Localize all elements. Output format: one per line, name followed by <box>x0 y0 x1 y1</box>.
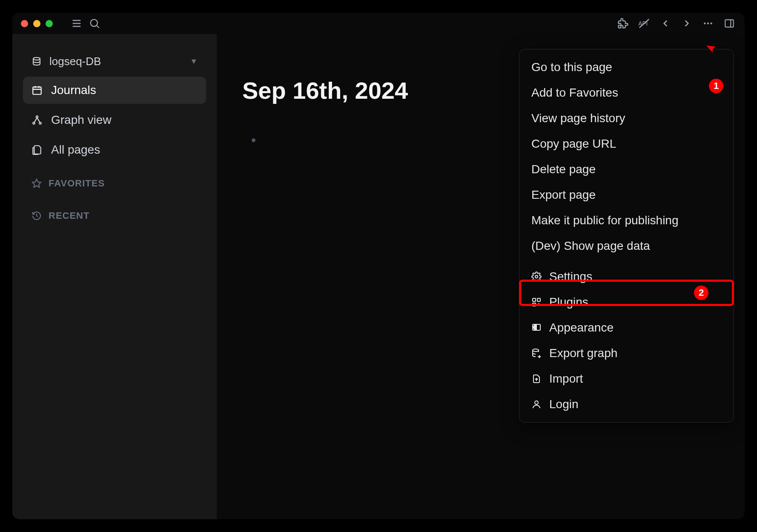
grid-add-icon <box>531 297 542 307</box>
graph-selector[interactable]: logseq-DB ▼ <box>23 49 206 74</box>
sidebar-item-label: Journals <box>51 83 96 97</box>
svg-rect-24 <box>533 298 536 301</box>
sidebar-section-favorites[interactable]: FAVORITES <box>23 171 206 196</box>
calendar-icon <box>32 85 43 96</box>
svg-point-3 <box>91 20 97 26</box>
left-sidebar: logseq-DB ▼ Journals Graph view All page… <box>12 34 217 519</box>
api-disabled-icon[interactable]: API <box>637 17 651 30</box>
svg-point-19 <box>39 122 41 124</box>
svg-rect-13 <box>33 87 41 94</box>
window-minimize-button[interactable] <box>33 20 40 27</box>
nav-forward-button[interactable] <box>680 17 694 30</box>
svg-point-23 <box>535 275 538 278</box>
right-sidebar-toggle-button[interactable] <box>723 17 736 30</box>
more-menu-button[interactable] <box>701 17 715 30</box>
svg-point-31 <box>533 349 539 352</box>
svg-line-21 <box>37 118 40 123</box>
svg-point-33 <box>535 401 538 404</box>
menu-dev-page-data[interactable]: (Dev) Show page data <box>519 233 734 259</box>
menu-export-page[interactable]: Export page <box>519 182 734 208</box>
svg-line-20 <box>34 118 37 123</box>
menu-delete-page[interactable]: Delete page <box>519 157 734 182</box>
search-button[interactable] <box>88 17 101 30</box>
user-icon <box>531 399 542 409</box>
menu-toggle-button[interactable] <box>70 17 83 30</box>
svg-point-17 <box>36 116 38 117</box>
gear-icon <box>531 272 542 282</box>
chevron-down-icon: ▼ <box>190 57 198 66</box>
menu-view-history[interactable]: View page history <box>519 106 734 131</box>
graph-name: logseq-DB <box>49 55 101 68</box>
menu-make-public[interactable]: Make it public for publishing <box>519 208 734 233</box>
menu-go-to-page[interactable]: Go to this page <box>519 54 734 80</box>
section-label: RECENT <box>49 210 89 221</box>
nav-back-button[interactable] <box>659 17 672 30</box>
star-icon <box>32 178 42 189</box>
app-window: API logseq-DB ▼ Jour <box>12 13 745 519</box>
database-export-icon <box>531 348 542 358</box>
history-icon <box>32 211 42 221</box>
svg-point-18 <box>33 122 34 124</box>
svg-point-9 <box>710 23 712 24</box>
svg-point-12 <box>33 57 40 60</box>
sidebar-section-recent[interactable]: RECENT <box>23 203 206 228</box>
svg-rect-26 <box>533 303 536 306</box>
graph-icon <box>32 114 43 126</box>
menu-export-graph[interactable]: Export graph <box>519 340 734 366</box>
svg-rect-25 <box>537 298 540 301</box>
sidebar-item-label: All pages <box>51 143 100 157</box>
svg-rect-10 <box>725 20 734 27</box>
sidebar-item-label: Graph view <box>51 113 112 127</box>
sidebar-item-all-pages[interactable]: All pages <box>23 136 206 163</box>
window-close-button[interactable] <box>21 20 28 27</box>
plugins-icon[interactable] <box>616 17 630 30</box>
file-import-icon <box>531 374 542 384</box>
svg-marker-22 <box>32 179 41 187</box>
traffic-lights <box>21 20 53 27</box>
menu-copy-url[interactable]: Copy page URL <box>519 131 734 157</box>
menu-login[interactable]: Login <box>519 392 734 417</box>
svg-point-8 <box>707 23 709 24</box>
pages-icon <box>32 144 43 155</box>
sidebar-item-graph-view[interactable]: Graph view <box>23 106 206 134</box>
svg-line-4 <box>97 26 99 28</box>
window-maximize-button[interactable] <box>46 20 53 27</box>
more-dropdown-menu: Go to this page Add to Favorites View pa… <box>519 49 734 423</box>
empty-block-bullet[interactable] <box>252 138 255 142</box>
menu-import[interactable]: Import <box>519 366 734 392</box>
menu-settings[interactable]: Settings <box>519 264 734 289</box>
svg-point-7 <box>704 23 705 24</box>
menu-plugins[interactable]: Plugins <box>519 289 734 315</box>
section-label: FAVORITES <box>49 178 105 189</box>
appearance-icon <box>531 323 542 333</box>
database-icon <box>32 57 42 67</box>
sidebar-item-journals[interactable]: Journals <box>23 77 206 104</box>
menu-add-favorites[interactable]: Add to Favorites <box>519 80 734 106</box>
menu-appearance[interactable]: Appearance <box>519 315 734 340</box>
titlebar: API <box>12 13 745 34</box>
